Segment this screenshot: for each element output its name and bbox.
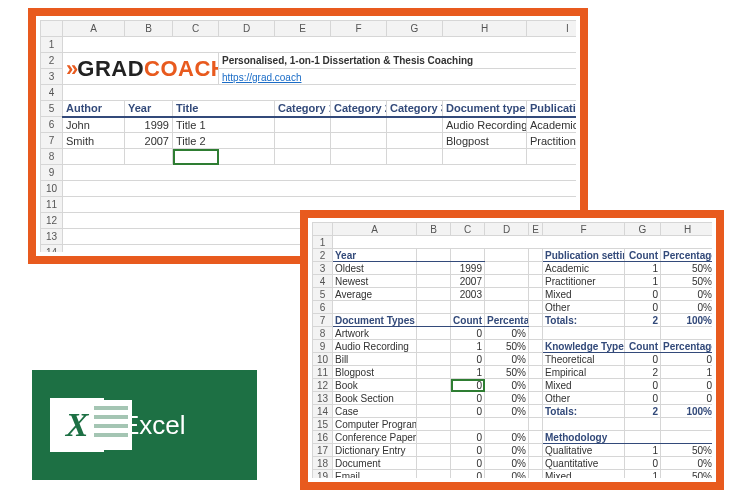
hdr-doctype[interactable]: Document type (443, 101, 527, 117)
knowledge-title[interactable]: Knowledge Type (543, 340, 625, 353)
bottom-grid[interactable]: A B C D E F G H I 1 2 Year Publication s… (312, 222, 712, 478)
cell-H7[interactable]: Blogpost (443, 133, 527, 149)
excel-x-glyph: X (66, 406, 89, 444)
colhdr-I[interactable]: I (527, 21, 577, 37)
hdr-author[interactable]: Author (63, 101, 125, 117)
cell-B7[interactable]: 2007 (125, 133, 173, 149)
cell-I6[interactable]: Academic (527, 117, 577, 133)
row-4: 4 (41, 85, 577, 101)
hdr-cat3[interactable]: Category 3 (387, 101, 443, 117)
corner-cell[interactable] (41, 21, 63, 37)
cell-F7[interactable] (331, 133, 387, 149)
tagline: Personalised, 1-on-1 Dissertation & Thes… (219, 53, 577, 69)
url-link[interactable]: https://grad.coach (219, 69, 577, 85)
hdr-pub[interactable]: Publication setting (527, 101, 577, 117)
col-header-row: A B C D E F G H I (41, 21, 577, 37)
cell-E7[interactable] (275, 133, 331, 149)
colhdr-G[interactable]: G (387, 21, 443, 37)
cell-I7[interactable]: Practitioner (527, 133, 577, 149)
hdr-cat2[interactable]: Category 2 (331, 101, 387, 117)
selected-cell-C8[interactable] (173, 149, 219, 165)
header-row-5[interactable]: 5 Author Year Title Category 1 Category … (41, 101, 577, 117)
cell-G7[interactable] (387, 133, 443, 149)
methodology-title[interactable]: Methodology (543, 431, 625, 444)
colhdr-D[interactable]: D (219, 21, 275, 37)
row-10: 10 (41, 181, 577, 197)
pub-totals-label[interactable]: Totals: (543, 314, 625, 327)
colhdr-C[interactable]: C (173, 21, 219, 37)
hdr-cat1[interactable]: Category 1 (275, 101, 331, 117)
colhdr-E[interactable]: E (275, 21, 331, 37)
hdr-year[interactable]: Year (125, 101, 173, 117)
cell-C6[interactable]: Title 1 (173, 117, 275, 133)
cell-H6[interactable]: Audio Recording (443, 117, 527, 133)
data-row-7[interactable]: 7 Smith 2007 Title 2 Blogpost Practition… (41, 133, 577, 149)
colhdr-F[interactable]: F (331, 21, 387, 37)
doctype-title[interactable]: Document Types (333, 314, 417, 327)
bottom-spreadsheet-frame: A B C D E F G H I 1 2 Year Publication s… (300, 210, 724, 490)
selected-cell-C12[interactable]: 0 (451, 379, 485, 392)
cell-G6[interactable] (387, 117, 443, 133)
cell-A6[interactable]: John (63, 117, 125, 133)
logo-part-2: COACH (144, 56, 218, 81)
pub-pct-h[interactable]: Percentage (661, 249, 713, 262)
pub-title[interactable]: Publication setting (543, 249, 625, 262)
bottom-spreadsheet: A B C D E F G H I 1 2 Year Publication s… (312, 222, 712, 478)
cell-E6[interactable] (275, 117, 331, 133)
row-8: 8 (41, 149, 577, 165)
logo-cell: » GRADCOACH (63, 53, 219, 85)
colhdr-B[interactable]: B (125, 21, 173, 37)
cell-C7[interactable]: Title 2 (173, 133, 275, 149)
cell-B6[interactable]: 1999 (125, 117, 173, 133)
col-header-row: A B C D E F G H I (313, 223, 713, 236)
colhdr-A[interactable]: A (63, 21, 125, 37)
knowledge-totals-label[interactable]: Totals: (543, 405, 625, 418)
row-9: 9 (41, 165, 577, 181)
data-row-6[interactable]: 6 John 1999 Title 1 Audio Recording Acad… (41, 117, 577, 133)
logo-part-1: GRAD (77, 56, 144, 81)
hdr-title[interactable]: Title (173, 101, 275, 117)
row-2[interactable]: 2 » GRADCOACH Personalised, 1-on-1 Disse… (41, 53, 577, 69)
cell-F6[interactable] (331, 117, 387, 133)
pub-count-h[interactable]: Count (625, 249, 661, 262)
excel-badge: X Excel (32, 370, 257, 480)
cell-A7[interactable]: Smith (63, 133, 125, 149)
excel-sheet-icon (90, 400, 132, 450)
row-1: 1 (41, 37, 577, 53)
year-title[interactable]: Year (333, 249, 417, 262)
colhdr-H[interactable]: H (443, 21, 527, 37)
